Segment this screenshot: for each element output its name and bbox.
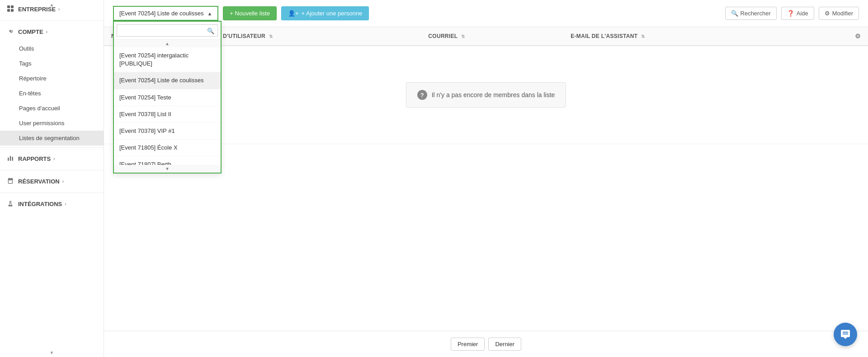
- sidebar-item-tags[interactable]: Tags: [0, 56, 104, 71]
- sidebar-section-header-reservation[interactable]: RÉSERVATION ›: [0, 172, 104, 191]
- sidebar-reservation-label: RÉSERVATION: [18, 178, 60, 185]
- gear-icon: [7, 28, 14, 36]
- svg-rect-3: [11, 9, 14, 12]
- search-btn-label: Rechercher: [741, 10, 771, 17]
- empty-state-icon: ?: [417, 90, 427, 100]
- dropdown-item-4[interactable]: [Event 70378] VIP #1: [114, 123, 221, 140]
- col-courriel-sort-icon: ⇅: [461, 34, 465, 39]
- calendar-icon: [7, 178, 14, 185]
- col-email-assistant-label: E-MAIL DE L'ASSISTANT: [571, 33, 637, 39]
- divider-3: [0, 170, 104, 170]
- dropdown-item-6[interactable]: [Event 71807] Berth: [114, 156, 221, 165]
- sidebar-section-rapports: RAPPORTS ›: [0, 150, 104, 168]
- add-person-button[interactable]: 👤+ + Ajouter une personne: [281, 6, 369, 20]
- sidebar-section-header-integrations[interactable]: INTÉGRATIONS ›: [0, 195, 104, 213]
- sidebar-compte-label: COMPTE: [18, 28, 43, 35]
- sidebar-section-reservation: RÉSERVATION ›: [0, 172, 104, 191]
- dropdown-scroll-down[interactable]: ▼: [114, 165, 221, 173]
- table-settings-icon[interactable]: ⚙: [855, 33, 861, 40]
- chart-icon: [7, 155, 14, 163]
- new-list-button[interactable]: + Nouvelle liste: [223, 6, 277, 20]
- col-email-assistant-sort-icon: ⇅: [641, 34, 645, 39]
- modify-label: Modifier: [832, 10, 853, 17]
- dropdown-item-2[interactable]: [Event 70254] Teste: [114, 89, 221, 106]
- dropdown-search-icon: 🔍: [207, 27, 214, 34]
- col-nom-utilisateur-sort-icon: ⇅: [269, 34, 273, 39]
- search-button[interactable]: 🔍 Rechercher: [725, 7, 777, 20]
- dropdown-scroll-up[interactable]: ▲: [114, 40, 221, 47]
- divider-1: [0, 20, 104, 21]
- pagination-bar: Premier Dernier: [104, 331, 868, 357]
- sidebar-item-user-permissions[interactable]: User permissions: [0, 116, 104, 131]
- divider-4: [0, 193, 104, 193]
- dropdown-search-wrap: 🔍: [114, 22, 221, 40]
- sidebar-section-compte: COMPTE › Outils Tags Répertoire En-têtes…: [0, 23, 104, 146]
- help-label: Aide: [797, 10, 808, 17]
- svg-rect-2: [7, 9, 10, 12]
- modify-icon: ⚙: [825, 10, 830, 17]
- sidebar-section-header-compte[interactable]: COMPTE ›: [0, 23, 104, 41]
- sidebar-item-repertoire[interactable]: Répertoire: [0, 71, 104, 86]
- search-btn-icon: 🔍: [731, 10, 738, 17]
- dropdown-item-5[interactable]: [Event 71805] École X: [114, 140, 221, 156]
- sidebar-integrations-label: INTÉGRATIONS: [18, 201, 62, 207]
- col-nom-utilisateur[interactable]: NOM D'UTILISATEUR ⇅: [201, 27, 421, 46]
- dropdown-item-0[interactable]: [Event 70254] intergalactic [PUBLIQUE]: [114, 47, 221, 72]
- svg-rect-5: [10, 156, 11, 161]
- new-list-label: + Nouvelle liste: [230, 10, 270, 17]
- col-settings[interactable]: ⚙: [811, 27, 868, 46]
- empty-state-message: ? Il n'y a pas encore de membres dans la…: [406, 82, 566, 108]
- dropdown-search-input[interactable]: [117, 24, 218, 37]
- sidebar-scroll-up[interactable]: ▲: [0, 0, 104, 9]
- toolbar-right: 🔍 Rechercher ❓ Aide ⚙ Modifier: [725, 7, 859, 20]
- sidebar-reservation-arrow: ›: [62, 179, 64, 184]
- sidebar-item-listes-segmentation[interactable]: Listes de segmentation: [0, 131, 104, 146]
- dropdown-item-1[interactable]: [Event 70254] Liste de coulisses: [114, 72, 221, 89]
- first-page-button[interactable]: Premier: [451, 338, 485, 351]
- list-selector-wrapper: [Event 70254] Liste de coulisses ▲ 🔍 ▲ […: [113, 6, 218, 21]
- sidebar-item-outils[interactable]: Outils: [0, 41, 104, 56]
- sidebar-scroll-down[interactable]: ▼: [0, 348, 104, 357]
- dropdown-items-list: [Event 70254] intergalactic [PUBLIQUE] […: [114, 47, 221, 165]
- add-person-label: + Ajouter une personne: [301, 10, 362, 17]
- dropdown-menu: 🔍 ▲ [Event 70254] intergalactic [PUBLIQU…: [113, 21, 222, 174]
- dropdown-item-3[interactable]: [Event 70378] List II: [114, 106, 221, 123]
- flask-icon: [7, 200, 14, 208]
- svg-rect-6: [12, 157, 13, 161]
- main-content: [Event 70254] Liste de coulisses ▲ 🔍 ▲ […: [104, 0, 868, 357]
- list-selector-button[interactable]: [Event 70254] Liste de coulisses ▲: [113, 6, 218, 21]
- sidebar: ▲ ENTREPRISE › COMPTE: [0, 0, 104, 357]
- sidebar-item-en-tetes[interactable]: En-têtes: [0, 86, 104, 101]
- sidebar-integrations-arrow: ›: [65, 202, 66, 207]
- sidebar-rapports-arrow: ›: [53, 156, 55, 161]
- add-person-icon: 👤+: [288, 10, 299, 17]
- toolbar: [Event 70254] Liste de coulisses ▲ 🔍 ▲ […: [104, 0, 868, 27]
- empty-state-text: Il n'y a pas encore de membres dans la l…: [432, 91, 555, 99]
- col-email-assistant[interactable]: E-MAIL DE L'ASSISTANT ⇅: [563, 27, 811, 46]
- help-button[interactable]: ❓ Aide: [781, 7, 814, 20]
- list-selector-label: [Event 70254] Liste de coulisses: [119, 10, 203, 17]
- sidebar-compte-arrow: ›: [46, 29, 47, 34]
- sidebar-rapports-label: RAPPORTS: [18, 155, 51, 162]
- sidebar-section-integrations: INTÉGRATIONS ›: [0, 195, 104, 213]
- col-courriel-label: COURRIEL: [428, 33, 458, 39]
- chat-bubble-button[interactable]: [834, 323, 857, 346]
- svg-rect-4: [8, 158, 9, 161]
- help-icon: ❓: [787, 10, 794, 17]
- sidebar-section-header-rapports[interactable]: RAPPORTS ›: [0, 150, 104, 168]
- last-page-button[interactable]: Dernier: [488, 338, 521, 351]
- sidebar-item-pages-accueil[interactable]: Pages d'accueil: [0, 101, 104, 116]
- modify-button[interactable]: ⚙ Modifier: [819, 7, 859, 20]
- dropdown-arrow-icon: ▲: [207, 11, 212, 16]
- divider-2: [0, 147, 104, 148]
- col-courriel[interactable]: COURRIEL ⇅: [421, 27, 563, 46]
